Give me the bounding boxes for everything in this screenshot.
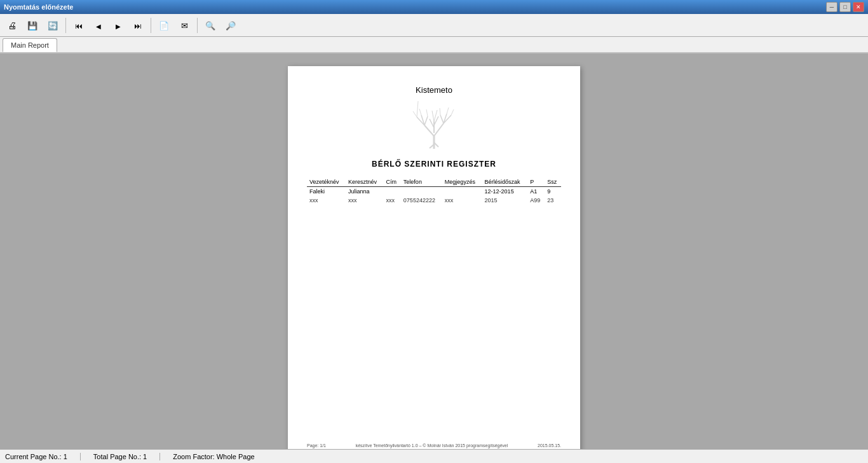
svg-line-16	[413, 111, 417, 117]
refresh-button[interactable]	[43, 17, 62, 34]
table-body: Faleki Julianna 12-12-2015 A1 9 xxx xxx …	[307, 187, 561, 205]
table-header: Vezetéknév Keresztnév Cím Telefon Megjeg…	[307, 177, 561, 187]
table-row: xxx xxx xxx 0755242222 xxx 2015 A99 23	[307, 196, 561, 205]
data-table: Vezetéknév Keresztnév Cím Telefon Megjeg…	[307, 177, 561, 205]
last-page-button[interactable]	[128, 17, 147, 34]
prev-page-icon	[96, 20, 101, 31]
maximize-button[interactable]: □	[839, 2, 851, 12]
col-header-megjegyzes: Megjegyzés	[442, 177, 482, 187]
svg-line-4	[434, 123, 444, 136]
cell-berlesi-1: 12-12-2015	[482, 187, 528, 197]
zoom-status: Zoom Factor: Whole Page	[173, 453, 267, 460]
zoom-icon	[226, 20, 236, 31]
svg-line-18	[419, 109, 421, 115]
minimize-button[interactable]: ─	[826, 2, 837, 12]
first-page-icon	[75, 20, 83, 31]
cell-telefon-2: 0755242222	[401, 196, 442, 205]
doc-icon	[159, 20, 169, 31]
prev-page-button[interactable]	[89, 17, 108, 34]
cell-cim-2: xxx	[383, 196, 400, 205]
cell-telefon-1	[401, 187, 442, 197]
svg-line-13	[434, 116, 438, 125]
col-header-berlesi: Bérlésidőszak	[482, 177, 528, 187]
print-button[interactable]	[3, 17, 22, 34]
cell-berlesi-2: 2015	[482, 196, 528, 205]
cell-keresztnev-2: xxx	[346, 196, 383, 205]
svg-line-20	[451, 109, 454, 115]
save-button[interactable]	[23, 17, 42, 34]
doc-button[interactable]	[154, 17, 173, 34]
col-header-telefon: Telefon	[401, 177, 442, 187]
tab-bar: Main Report	[0, 37, 868, 53]
svg-line-12	[430, 119, 434, 128]
mail-button[interactable]	[175, 17, 194, 34]
save-icon	[27, 20, 37, 31]
title-bar: Nyomtatás előnézete ─ □ ✕	[0, 0, 868, 14]
scroll-container: Kistemeto	[0, 53, 868, 449]
separator-3	[197, 18, 198, 33]
table-row: Faleki Julianna 12-12-2015 A1 9	[307, 187, 561, 197]
svg-line-3	[424, 125, 434, 136]
cell-p-1: A1	[527, 187, 545, 197]
print-icon	[8, 20, 17, 31]
svg-line-11	[440, 115, 444, 123]
footer-date: 2015.05.15.	[538, 443, 561, 448]
next-page-button[interactable]	[109, 17, 128, 34]
cell-ssz-2: 23	[545, 196, 561, 205]
document-paper: Kistemeto	[288, 66, 580, 449]
col-header-keresztnev: Keresztnév	[346, 177, 383, 187]
refresh-icon	[48, 20, 58, 31]
footer-page: Page: 1/1	[307, 443, 326, 448]
tree-image	[307, 101, 561, 152]
col-header-cim: Cím	[383, 177, 400, 187]
first-page-button[interactable]	[69, 17, 88, 34]
svg-line-17	[417, 101, 418, 117]
toolbar	[0, 14, 868, 37]
title-text: Nyomtatás előnézete	[4, 3, 73, 11]
next-page-icon	[116, 20, 121, 31]
separator-2	[151, 18, 151, 33]
svg-line-21	[447, 107, 449, 114]
mail-icon	[181, 20, 188, 31]
cell-ssz-1: 9	[545, 187, 561, 197]
svg-line-22	[440, 108, 440, 115]
main-report-tab[interactable]: Main Report	[3, 38, 57, 52]
search-button[interactable]	[201, 17, 220, 34]
tree-svg	[405, 101, 463, 152]
main-report-tab-label: Main Report	[11, 41, 49, 49]
cell-megjegyzes-1	[442, 187, 482, 197]
svg-line-14	[432, 111, 434, 121]
total-page-status: Total Page No.: 1	[93, 453, 160, 460]
document-footer: Page: 1/1 készítve Temetőnyilvántartó 1.…	[307, 443, 561, 448]
content-area[interactable]: Kistemeto	[0, 53, 868, 449]
table-header-row: Vezetéknév Keresztnév Cím Telefon Megjeg…	[307, 177, 561, 187]
current-page-status: Current Page No.: 1	[5, 453, 81, 460]
col-header-vezeteknev: Vezetéknév	[307, 177, 346, 187]
navigation-controls	[69, 17, 147, 34]
svg-line-19	[426, 109, 428, 116]
zoom-button[interactable]	[221, 17, 240, 34]
document-title: Kistemeto	[307, 85, 561, 95]
register-title: BÉRLŐ SZERINTI REGISZTER	[307, 160, 561, 169]
cell-p-2: A99	[527, 196, 545, 205]
close-button[interactable]: ✕	[853, 2, 864, 12]
cell-vezeteknev-1: Faleki	[307, 187, 346, 197]
cell-megjegyzes-2: xxx	[442, 196, 482, 205]
search-icon	[205, 20, 215, 31]
window-controls: ─ □ ✕	[826, 2, 864, 12]
footer-credit: készítve Temetőnyilvántartó 1.0 – © Moln…	[356, 443, 508, 448]
col-header-ssz: Ssz	[545, 177, 561, 187]
cell-keresztnev-1: Julianna	[346, 187, 383, 197]
cell-vezeteknev-2: xxx	[307, 196, 346, 205]
svg-line-8	[424, 116, 428, 125]
separator-1	[65, 18, 66, 33]
status-bar: Current Page No.: 1 Total Page No.: 1 Zo…	[0, 449, 868, 463]
cell-cim-1	[383, 187, 400, 197]
col-header-p: P	[527, 177, 545, 187]
last-page-icon	[134, 20, 142, 31]
